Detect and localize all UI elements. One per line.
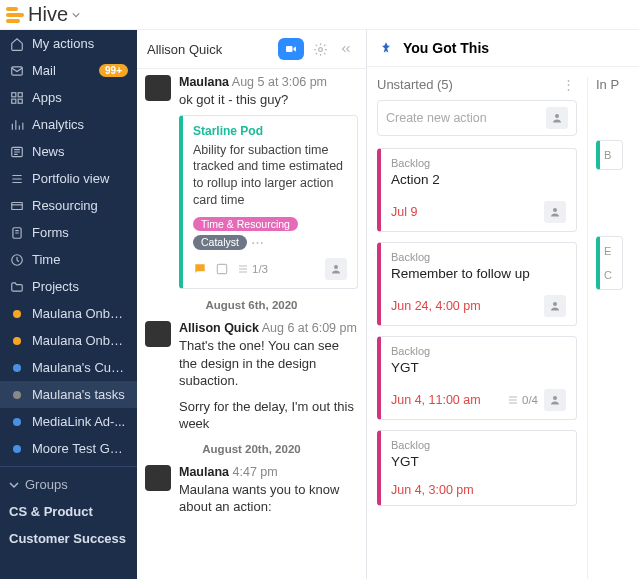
board-column-partial: In P B EC — [587, 77, 623, 579]
card-title: Action 2 — [391, 172, 566, 187]
date-separator: August 20th, 2020 — [145, 443, 358, 455]
svg-point-12 — [334, 265, 338, 269]
message-time: 4:47 pm — [233, 465, 278, 479]
sidebar-item-my-actions[interactable]: My actions — [0, 30, 137, 57]
svg-point-13 — [555, 114, 559, 118]
action-card[interactable]: B — [596, 140, 623, 170]
sidebar-project-item[interactable]: MediaLink Ad-... — [0, 408, 137, 435]
message-author: Allison Quick — [179, 321, 259, 335]
card-due-date: Jun 24, 4:00 pm — [391, 299, 481, 313]
sidebar-group-item[interactable]: Customer Success — [0, 525, 137, 552]
brand-menu-caret[interactable] — [72, 11, 80, 19]
chat-message: Maulana 4:47 pm Maulana wants you to kno… — [145, 465, 358, 516]
message-text: Sorry for the delay, I'm out this week — [179, 398, 358, 433]
sidebar-label: Mail — [32, 63, 91, 78]
svg-rect-11 — [217, 264, 226, 273]
assignee-button[interactable] — [325, 258, 347, 280]
sidebar-label: Forms — [32, 225, 128, 240]
sidebar-label: Portfolio view — [32, 171, 128, 186]
sidebar-item-time[interactable]: Time — [0, 246, 137, 273]
sidebar-label: Maulana Onbo... — [32, 306, 128, 321]
action-card[interactable]: Backlog YGT Jun 4, 3:00 pm — [377, 430, 577, 506]
project-dot-icon — [9, 387, 24, 402]
more-tags-icon[interactable]: ⋯ — [251, 235, 264, 250]
svg-point-16 — [553, 396, 557, 400]
sidebar-label: Time — [32, 252, 128, 267]
message-text: ok got it - this guy? — [179, 91, 358, 109]
sidebar-project-item[interactable]: Maulana's Cust... — [0, 354, 137, 381]
mail-icon — [9, 63, 24, 78]
action-card[interactable]: Backlog YGT Jun 4, 11:00 am 0/4 — [377, 336, 577, 420]
board-header: You Got This — [367, 30, 639, 67]
sidebar-item-news[interactable]: News — [0, 138, 137, 165]
sidebar-group-item[interactable]: CS & Product — [0, 498, 137, 525]
sidebar-project-item[interactable]: Maulana Onbo... — [0, 300, 137, 327]
action-card[interactable]: Backlog Remember to follow up Jun 24, 4:… — [377, 242, 577, 326]
card-label: Backlog — [391, 157, 566, 169]
assignee-button[interactable] — [546, 107, 568, 129]
date-separator: August 6th, 2020 — [145, 299, 358, 311]
zoom-call-button[interactable] — [278, 38, 304, 60]
sidebar-item-apps[interactable]: Apps — [0, 84, 137, 111]
card-title: YGT — [391, 454, 566, 469]
sidebar-project-item[interactable]: Maulana Onbo... — [0, 327, 137, 354]
gear-icon[interactable] — [310, 42, 330, 57]
column-menu-icon[interactable]: ⋮ — [562, 77, 577, 92]
sidebar-label: My actions — [32, 36, 128, 51]
create-action-input[interactable]: Create new action — [377, 100, 577, 136]
sidebar-label: Apps — [32, 90, 128, 105]
sidebar-item-projects[interactable]: Projects — [0, 273, 137, 300]
create-action-placeholder: Create new action — [386, 111, 487, 125]
card-due-date: Jul 9 — [391, 205, 417, 219]
sidebar-project-item-active[interactable]: Maulana's tasks — [0, 381, 137, 408]
svg-rect-4 — [18, 99, 22, 103]
sidebar-label: Moore Test Gantt — [32, 441, 128, 456]
action-card[interactable]: Starline Pod Ability for subaction time … — [179, 115, 358, 290]
svg-rect-1 — [11, 92, 15, 96]
card-due-date: Jun 4, 11:00 am — [391, 393, 481, 407]
message-author: Maulana — [179, 465, 229, 479]
hive-logo-icon — [6, 7, 24, 23]
action-card[interactable]: EC — [596, 236, 623, 290]
subactions-count: 1/3 — [237, 263, 268, 275]
card-title: Starline Pod — [193, 124, 347, 138]
action-card[interactable]: Backlog Action 2 Jul 9 — [377, 148, 577, 232]
sidebar-item-forms[interactable]: Forms — [0, 219, 137, 246]
attachment-icon[interactable] — [215, 262, 229, 276]
forms-icon — [9, 225, 24, 240]
svg-point-15 — [553, 302, 557, 306]
column-header: Unstarted (5) — [377, 77, 453, 92]
pin-icon[interactable] — [379, 40, 393, 56]
card-label: Backlog — [391, 439, 566, 451]
card-label: Backlog — [391, 345, 566, 357]
svg-point-10 — [318, 47, 322, 51]
chat-body: Maulana Aug 5 at 3:06 pm ok got it - thi… — [137, 69, 366, 579]
card-text: Ability for subaction time tracked and t… — [193, 142, 347, 210]
portfolio-icon — [9, 171, 24, 186]
sidebar-nav: My actions Mail 99+ Apps Analytics News … — [0, 30, 137, 579]
chat-panel: Allison Quick Maulana Aug 5 at 3:06 pm o… — [137, 30, 367, 579]
resourcing-icon — [9, 198, 24, 213]
project-dot-icon — [9, 306, 24, 321]
card-tag: Time & Resourcing — [193, 217, 298, 231]
sidebar-item-resourcing[interactable]: Resourcing — [0, 192, 137, 219]
card-tag: Catalyst — [193, 235, 247, 250]
collapse-icon[interactable] — [336, 42, 356, 56]
apps-icon — [9, 90, 24, 105]
svg-rect-2 — [18, 92, 22, 96]
sidebar-item-analytics[interactable]: Analytics — [0, 111, 137, 138]
sidebar-label: Maulana Onbo... — [32, 333, 128, 348]
analytics-icon — [9, 117, 24, 132]
svg-rect-9 — [286, 46, 293, 52]
message-time: Aug 6 at 6:09 pm — [262, 321, 357, 335]
assignee-button[interactable] — [544, 389, 566, 411]
comment-icon[interactable] — [193, 262, 207, 276]
sidebar-label: News — [32, 144, 128, 159]
sidebar-item-mail[interactable]: Mail 99+ — [0, 57, 137, 84]
assignee-button[interactable] — [544, 295, 566, 317]
sidebar-project-item[interactable]: Moore Test Gantt — [0, 435, 137, 462]
home-icon — [9, 36, 24, 51]
sidebar-groups-toggle[interactable]: Groups — [0, 471, 137, 498]
sidebar-item-portfolio[interactable]: Portfolio view — [0, 165, 137, 192]
assignee-button[interactable] — [544, 201, 566, 223]
